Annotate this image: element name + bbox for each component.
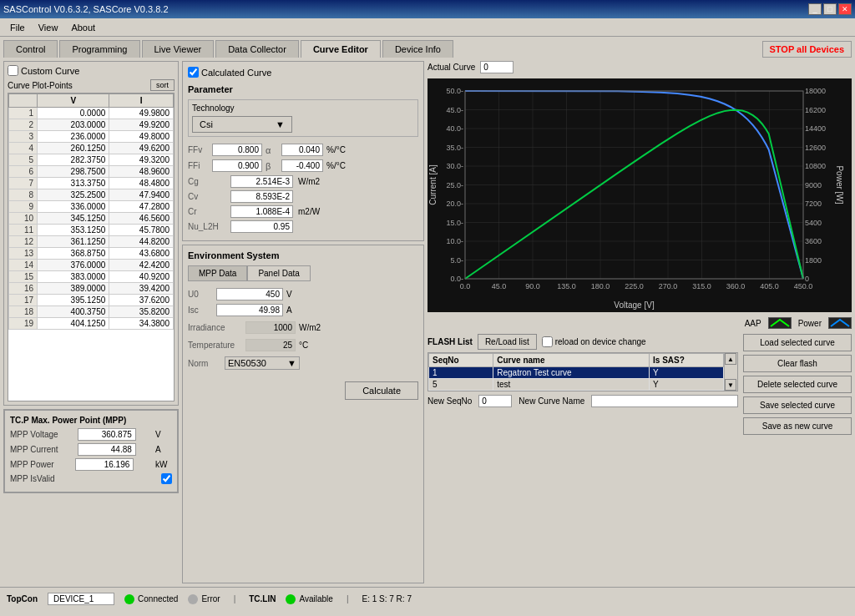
table-row[interactable]: 11353.125045.7800 [9,225,174,236]
save-as-new-curve-button[interactable]: Save as new curve [743,417,852,435]
cg-input[interactable] [230,175,293,188]
current-cell: 37.6200 [109,295,174,306]
flash-table-row[interactable]: 5testY [429,379,724,391]
row-number: 1 [9,108,38,119]
tab-control[interactable]: Control [3,40,58,58]
curve-table-container[interactable]: V I 10.000049.98002203.000049.92003236.0… [8,93,175,401]
env-tab-mpp[interactable]: MPP Data [188,265,247,281]
menu-file[interactable]: File [3,21,32,34]
cv-row: Cv [188,190,418,203]
u0-input[interactable] [216,288,283,300]
table-row[interactable]: 4260.125049.6200 [9,143,174,154]
alpha-input[interactable] [281,144,323,156]
flash-table-wrap: SeqNo Curve name Is SAS? 1Regatron Test … [428,352,738,391]
voltage-cell: 345.1250 [38,213,109,225]
cg-row: Cg W/m2 [188,175,418,188]
delete-selected-curve-button[interactable]: Delete selected curve [743,376,852,393]
current-cell: 49.9200 [109,119,174,131]
calc-curve-label[interactable]: Calculated Curve [188,67,271,78]
load-selected-curve-button[interactable]: Load selected curve [743,334,852,351]
table-row[interactable]: 14376.000042.4200 [9,260,174,271]
actual-curve-input[interactable] [480,61,514,73]
table-row[interactable]: 7313.375048.4800 [9,178,174,189]
new-curve-name-input[interactable] [591,395,738,407]
ffi-label: FFi [188,161,209,170]
reload-on-device-label[interactable]: reload on device change [542,336,646,347]
maximize-button[interactable]: □ [823,3,837,15]
ffi-input[interactable] [212,159,262,172]
mpp-section: TC.P Max. Power Point (MPP) MPP Voltage … [3,409,179,493]
status-bar: TopCon Connected Error | TC.LIN Availabl… [0,587,855,610]
tab-curve-editor[interactable]: Curve Editor [301,40,381,58]
tab-device-info[interactable]: Device Info [382,40,453,58]
table-row[interactable]: 10.000049.9800 [9,108,174,119]
minimize-button[interactable]: _ [808,3,822,15]
tab-live-viewer[interactable]: Live Viewer [142,40,215,58]
isc-label: Isc [188,305,213,315]
table-row[interactable]: 10345.125046.5600 [9,213,174,225]
ffv-input[interactable] [212,144,262,156]
row-number: 6 [9,166,38,178]
flash-scroll-down[interactable]: ▼ [725,379,736,391]
norm-dropdown[interactable]: EN50530 ▼ [225,356,300,370]
table-row[interactable]: 5282.375049.3200 [9,154,174,166]
custom-curve-checkbox[interactable] [8,65,18,76]
row-number: 10 [9,213,38,225]
environment-section: Environment System MPP Data Panel Data U… [182,245,424,583]
mpp-current-input[interactable] [78,443,136,456]
table-row[interactable]: 16389.000039.4200 [9,283,174,295]
table-row[interactable]: 3236.000049.8000 [9,131,174,143]
table-row[interactable]: 13368.875043.6800 [9,248,174,260]
flash-scrollbar[interactable]: ▲ ▼ [724,353,737,391]
reload-button[interactable]: Re/Load list [478,334,537,350]
cv-input[interactable] [230,190,293,203]
table-row[interactable]: 15383.000040.9200 [9,271,174,283]
save-selected-curve-button[interactable]: Save selected curve [743,396,852,414]
table-row[interactable]: 18400.375035.8200 [9,306,174,318]
stop-all-devices-button[interactable]: STOP all Devices [762,41,852,58]
table-row[interactable]: 9336.000047.2800 [9,201,174,213]
voltage-cell: 325.2500 [38,189,109,201]
close-button[interactable]: ✕ [838,3,852,15]
flash-table-row[interactable]: 1Regatron Test curveY [429,367,724,379]
calculate-button[interactable]: Calculate [345,381,418,400]
table-row[interactable]: 2203.000049.9200 [9,119,174,131]
menu-about[interactable]: About [64,21,102,34]
clear-flash-button[interactable]: Clear flash [743,355,852,372]
actual-curve-row: Actual Curve [428,61,852,73]
nu-input[interactable] [230,220,293,233]
device-name-input[interactable] [48,593,114,605]
technology-dropdown[interactable]: Csi ▼ [192,116,292,133]
flash-scroll-up[interactable]: ▲ [725,353,736,365]
tab-data-collector[interactable]: Data Collector [215,40,299,58]
middle-panel: Calculated Curve Parameter Technology Cs… [182,61,424,583]
mpp-isvalid-checkbox[interactable] [161,473,172,484]
env-tab-panel[interactable]: Panel Data [247,265,310,281]
current-cell: 39.4200 [109,283,174,295]
new-seqno-input[interactable] [478,395,512,407]
mpp-voltage-unit: V [155,430,172,439]
voltage-cell: 313.3750 [38,178,109,189]
calc-curve-checkbox[interactable] [188,67,199,78]
cr-input[interactable] [230,205,293,218]
voltage-cell: 298.7500 [38,166,109,178]
table-row[interactable]: 6298.750048.9600 [9,166,174,178]
tab-programming[interactable]: Programming [59,40,139,58]
sort-button[interactable]: sort [150,79,175,91]
row-number: 4 [9,143,38,154]
table-row[interactable]: 12361.125044.8200 [9,236,174,248]
flash-col-name: Curve name [493,354,650,367]
mpp-voltage-input[interactable] [78,428,136,441]
reload-on-device-checkbox[interactable] [542,336,553,347]
mpp-power-input[interactable] [75,458,134,471]
table-row[interactable]: 17395.125037.6200 [9,295,174,306]
isc-input[interactable] [216,304,283,316]
row-number: 15 [9,271,38,283]
custom-curve-checkbox-label[interactable]: Custom Curve [8,65,79,76]
table-row[interactable]: 8325.250047.9400 [9,189,174,201]
beta-input[interactable] [281,159,323,172]
menu-view[interactable]: View [32,21,65,34]
table-row[interactable]: 19404.125034.3800 [9,318,174,330]
tc-lin-label: TC.LIN [249,594,276,603]
aap-icon [768,317,792,329]
